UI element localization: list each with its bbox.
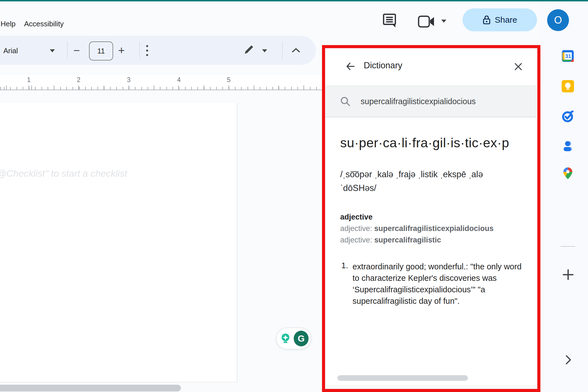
formatting-toolbar bbox=[0, 36, 316, 65]
sidebar-add-addon-button[interactable] bbox=[562, 269, 574, 281]
chevron-up-icon bbox=[291, 48, 301, 53]
sidebar-divider bbox=[561, 246, 575, 247]
horizontal-ruler[interactable]: 1 2 3 4 5 bbox=[0, 75, 322, 90]
sidebar-item-calendar[interactable]: 31 bbox=[561, 50, 574, 62]
dictionary-headword: su·per·ca·li·fra·gil·is·tic·ex·p bbox=[340, 135, 509, 150]
increase-font-size-button[interactable]: + bbox=[118, 45, 125, 56]
grammarly-suggestion-bulb-icon[interactable] bbox=[279, 332, 292, 346]
dictionary-close-button[interactable] bbox=[513, 62, 523, 72]
font-family-caret[interactable] bbox=[50, 49, 55, 52]
font-family-select[interactable]: Arial bbox=[3, 46, 18, 55]
meet-video-button[interactable] bbox=[418, 15, 436, 29]
share-button-label: Share bbox=[495, 15, 517, 25]
google-maps-icon bbox=[562, 167, 573, 180]
editing-mode-button[interactable] bbox=[242, 43, 255, 56]
grammarly-widget: G bbox=[276, 328, 311, 349]
dictionary-back-button[interactable] bbox=[345, 61, 356, 72]
document-page[interactable] bbox=[0, 103, 237, 382]
dictionary-panel: Dictionary supercalifragilisticexpialido… bbox=[326, 49, 537, 385]
form-label: adjective: bbox=[340, 224, 374, 233]
toolbar-divider bbox=[67, 42, 67, 59]
lock-icon bbox=[482, 15, 491, 25]
pen-icon bbox=[242, 43, 255, 56]
toolbar-divider bbox=[282, 42, 283, 59]
ruler-mark: 1 bbox=[27, 76, 31, 84]
grammarly-g-icon[interactable]: G bbox=[294, 331, 309, 346]
dictionary-horizontal-scrollbar[interactable] bbox=[337, 375, 468, 381]
definition-text: extraordinarily good; wonderful.: "the o… bbox=[353, 261, 522, 307]
sidebar-item-tasks[interactable] bbox=[561, 109, 575, 123]
word-form-line: adjective: supercalifragilistic bbox=[340, 236, 441, 244]
back-arrow-icon bbox=[345, 61, 356, 72]
google-tasks-icon bbox=[561, 109, 575, 123]
sidebar-item-keep[interactable] bbox=[561, 80, 575, 93]
account-avatar[interactable]: O bbox=[547, 9, 569, 31]
dictionary-search-query[interactable]: supercalifragilisticexpialidocious bbox=[361, 86, 476, 117]
ruler-mark: 4 bbox=[177, 76, 181, 84]
toolbar-divider bbox=[139, 42, 140, 59]
share-button[interactable]: Share bbox=[463, 8, 537, 31]
menu-accessibility[interactable]: Accessibility bbox=[24, 20, 64, 28]
ruler-mark: 3 bbox=[127, 76, 131, 84]
sidebar-collapse-button[interactable] bbox=[565, 354, 572, 365]
svg-text:31: 31 bbox=[565, 53, 571, 59]
dictionary-pronunciation: /ˌso͞opər ˌkalə ˌfrajə ˌlistik ˌekspē ˌa… bbox=[340, 167, 512, 195]
decrease-font-size-button[interactable]: − bbox=[73, 45, 80, 56]
google-calendar-icon: 31 bbox=[561, 50, 574, 62]
google-docs-app: Help Accessibility Share O Arial − 11 bbox=[0, 0, 588, 392]
ruler-mark: 2 bbox=[77, 76, 81, 84]
ruler-mark: 5 bbox=[227, 76, 231, 84]
toolbar-overflow-button[interactable] bbox=[146, 43, 148, 59]
font-size-input[interactable]: 11 bbox=[89, 41, 113, 60]
video-camera-icon bbox=[418, 15, 436, 29]
form-value: supercalifragilisticexpialidocious bbox=[374, 224, 494, 233]
sidebar-item-maps[interactable] bbox=[562, 167, 573, 180]
hide-menus-button[interactable] bbox=[291, 48, 301, 53]
part-of-speech-heading: adjective bbox=[340, 213, 373, 221]
grammarly-g-letter: G bbox=[298, 333, 305, 344]
word-form-line: adjective: supercalifragilisticexpialido… bbox=[340, 224, 494, 233]
close-icon bbox=[513, 62, 523, 72]
dictionary-panel-title: Dictionary bbox=[364, 60, 402, 71]
meet-dropdown-caret[interactable] bbox=[441, 20, 446, 23]
editing-mode-caret[interactable] bbox=[262, 49, 267, 52]
sidebar-item-contacts[interactable] bbox=[561, 139, 575, 153]
document-placeholder-text: @Checklist" to start a checklist bbox=[0, 168, 127, 179]
comment-icon bbox=[382, 12, 398, 29]
definition-number: 1. bbox=[341, 261, 348, 270]
comments-button[interactable] bbox=[382, 12, 398, 29]
google-contacts-icon bbox=[561, 139, 575, 153]
chevron-right-icon bbox=[565, 354, 572, 365]
ruler-inch-ticks bbox=[0, 85, 322, 90]
top-teal-strip bbox=[0, 0, 588, 1]
document-horizontal-scrollbar[interactable] bbox=[0, 385, 181, 391]
google-keep-icon bbox=[561, 80, 575, 93]
avatar-letter: O bbox=[554, 14, 562, 26]
form-value: supercalifragilistic bbox=[374, 236, 441, 244]
plus-icon bbox=[562, 269, 574, 281]
menu-help[interactable]: Help bbox=[1, 20, 15, 28]
search-icon bbox=[340, 96, 351, 107]
form-label: adjective: bbox=[340, 236, 374, 244]
